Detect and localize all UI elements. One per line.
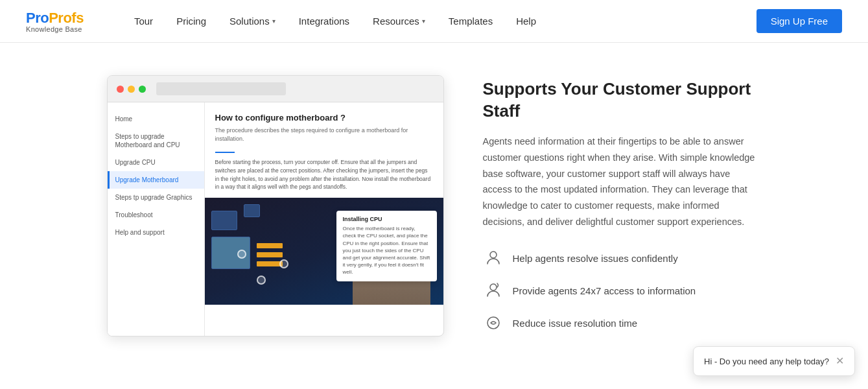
sidebar-item-upgrade-graphics[interactable]: Steps tp upgrade Graphics [108, 189, 204, 206]
article-content: How to configure motherboard ? The proce… [205, 102, 443, 336]
feature-item-2: Provide agents 24x7 access to informatio… [483, 280, 762, 301]
mb-chip-1 [211, 211, 237, 230]
dot-red [117, 86, 124, 93]
dot-green [139, 86, 146, 93]
info-bubble-title: Installing CPU [343, 216, 430, 222]
zoom-dot-3 [279, 259, 288, 268]
nav-integrations[interactable]: Integrations [287, 0, 361, 43]
resources-dropdown-arrow: ▾ [422, 18, 425, 25]
svg-point-2 [487, 317, 499, 329]
browser-mockup: Home Steps to upgrade Motherboard and CP… [107, 75, 444, 336]
mb-accent-1 [257, 243, 283, 248]
feature-item-1: Help agents resolve issues confidently [483, 248, 762, 268]
feature-text-3: Reduce issue resolution time [513, 318, 638, 329]
article-body: Before starting the process, turn your c… [205, 158, 443, 198]
nav-tour[interactable]: Tour [123, 0, 165, 43]
feature-text-1: Help agents resolve issues confidently [513, 253, 678, 264]
article-header: How to configure motherboard ? The proce… [205, 102, 443, 148]
mb-accent-2 [257, 252, 283, 257]
nav-links: Tour Pricing Solutions ▾ Integrations Re… [123, 0, 757, 43]
right-content: Supports Your Customer Support Staff Age… [483, 78, 762, 333]
sidebar-item-troubleshoot[interactable]: Troubleshoot [108, 206, 204, 224]
article-title: How to configure motherboard ? [215, 113, 433, 123]
article-desc: The procedure describes the steps requir… [215, 126, 433, 143]
access-info-icon [483, 280, 504, 301]
sidebar-item-upgrade-motherboard-cpu[interactable]: Steps to upgrade Motherboard and CPU [108, 128, 204, 154]
nav-resources[interactable]: Resources ▾ [361, 0, 437, 43]
feature-item-3: Reduce issue resolution time [483, 312, 762, 333]
nav-pricing[interactable]: Pricing [165, 0, 218, 43]
resolve-issues-icon [483, 248, 504, 268]
mb-chip-2 [244, 204, 260, 217]
svg-point-1 [490, 284, 497, 290]
feature-list: Help agents resolve issues confidently P… [483, 248, 762, 333]
article-image: Installing CPU Once the motherboard is r… [205, 198, 443, 305]
browser-url-bar [156, 82, 286, 95]
sidebar-item-upgrade-motherboard[interactable]: Upgrade Motherboard [108, 171, 204, 189]
solutions-dropdown-arrow: ▾ [272, 18, 276, 25]
nav-templates[interactable]: Templates [437, 0, 504, 43]
chat-message: Hi - Do you need any help today? [704, 357, 829, 363]
info-bubble: Installing CPU Once the motherboard is r… [336, 211, 437, 281]
mb-accent-3 [257, 261, 283, 266]
zoom-dot-1 [237, 250, 246, 259]
sidebar-item-help-support[interactable]: Help and support [108, 224, 204, 241]
logo[interactable]: ProProfs Knowledge Base [26, 10, 84, 33]
nav-help[interactable]: Help [504, 0, 548, 43]
kb-sidebar: Home Steps to upgrade Motherboard and CP… [108, 102, 205, 336]
browser-body: Home Steps to upgrade Motherboard and CP… [108, 102, 443, 336]
feature-text-2: Provide agents 24x7 access to informatio… [513, 285, 696, 296]
info-bubble-text: Once the motherboard is ready, check the… [343, 225, 430, 276]
signup-button[interactable]: Sign Up Free [757, 9, 842, 33]
svg-point-0 [490, 252, 497, 258]
browser-bar [108, 76, 443, 102]
logo-subtitle: Knowledge Base [26, 25, 82, 33]
section-title: Supports Your Customer Support Staff [483, 78, 762, 123]
main-content: Home Steps to upgrade Motherboard and CP… [0, 43, 868, 362]
chat-widget: Hi - Do you need any help today? ✕ [693, 346, 855, 362]
zoom-dot-2 [257, 276, 266, 285]
section-description: Agents need information at their fingert… [483, 134, 762, 230]
nav-solutions[interactable]: Solutions ▾ [218, 0, 287, 43]
sidebar-item-home[interactable]: Home [108, 110, 204, 128]
reduce-time-icon [483, 312, 504, 333]
article-divider [215, 152, 235, 153]
dot-yellow [128, 86, 135, 93]
logo-text: ProProfs [26, 10, 84, 27]
chat-close-button[interactable]: ✕ [836, 356, 844, 362]
navbar: ProProfs Knowledge Base Tour Pricing Sol… [0, 0, 868, 43]
sidebar-item-upgrade-cpu[interactable]: Upgrade CPU [108, 154, 204, 171]
